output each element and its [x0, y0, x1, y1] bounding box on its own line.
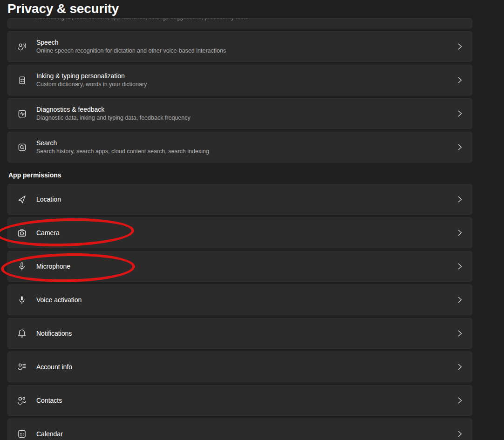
settings-row-inking-typing[interactable]: Inking & typing personalizationCustom di… — [7, 65, 472, 95]
speech-icon — [17, 41, 27, 52]
chevron-right-icon — [457, 397, 463, 404]
row-text: SearchSearch history, search apps, cloud… — [36, 139, 209, 156]
row-general-clipped[interactable]: Advertising ID, local content, app launc… — [7, 18, 472, 28]
page-title: Privacy & security — [7, 0, 480, 17]
row-title: Search — [36, 139, 209, 147]
settings-row-diagnostics-feedback[interactable]: Diagnostics & feedbackDiagnostic data, i… — [7, 98, 472, 129]
row-text: Location — [36, 195, 61, 203]
row-text: Camera — [36, 229, 60, 237]
chevron-right-icon — [457, 144, 463, 150]
calendar-icon — [17, 429, 27, 439]
chevron-right-icon — [457, 196, 463, 203]
settings-row-contacts[interactable]: Contacts — [7, 385, 472, 416]
chevron-right-icon — [457, 110, 463, 117]
section-header-app-permissions: App permissions — [8, 170, 480, 180]
row-text: Diagnostics & feedbackDiagnostic data, i… — [36, 105, 191, 122]
row-text: Calendar — [36, 430, 63, 438]
voice-activation-icon — [17, 295, 27, 305]
account-info-icon — [17, 362, 27, 372]
row-title: Diagnostics & feedback — [36, 105, 191, 114]
row-title: Contacts — [36, 396, 62, 405]
chevron-right-icon — [457, 263, 463, 270]
chevron-right-icon — [457, 431, 463, 437]
settings-row-location[interactable]: Location — [7, 184, 472, 215]
chevron-right-icon — [457, 297, 463, 303]
settings-row-camera[interactable]: Camera — [7, 217, 472, 248]
row-text: Voice activation — [36, 296, 82, 304]
row-title: Calendar — [36, 430, 63, 438]
row-title: Voice activation — [36, 296, 82, 304]
row-text: Inking & typing personalizationCustom di… — [36, 72, 147, 88]
row-text: Microphone — [36, 262, 70, 271]
chevron-right-icon — [457, 364, 463, 370]
diagnostics-feedback-icon — [17, 108, 27, 119]
row-title: Account info — [36, 363, 72, 371]
clipped-description: Advertising ID, local content, app launc… — [35, 18, 248, 21]
settings-row-speech[interactable]: SpeechOnline speech recognition for dict… — [7, 31, 472, 62]
settings-page: Privacy & security Advertising ID, local… — [0, 0, 480, 440]
settings-row-account-info[interactable]: Account info — [7, 352, 472, 382]
settings-row-notifications[interactable]: Notifications — [7, 318, 472, 349]
row-description: Diagnostic data, inking and typing data,… — [36, 114, 191, 122]
row-title: Microphone — [36, 262, 70, 271]
settings-row-calendar[interactable]: Calendar — [7, 419, 472, 440]
row-text: Account info — [36, 363, 72, 371]
row-text: Contacts — [36, 396, 62, 405]
location-icon — [17, 194, 27, 204]
row-title: Inking & typing personalization — [36, 72, 147, 80]
notifications-icon — [17, 328, 27, 338]
inking-typing-icon — [17, 75, 27, 85]
chevron-right-icon — [457, 330, 463, 337]
row-title: Camera — [36, 229, 60, 237]
microphone-icon — [17, 261, 27, 271]
row-description: Search history, search apps, cloud conte… — [36, 148, 209, 156]
row-title: Notifications — [36, 329, 72, 338]
row-title: Speech — [36, 38, 226, 47]
row-text: Notifications — [36, 329, 72, 338]
contacts-icon — [17, 395, 27, 406]
chevron-right-icon — [457, 43, 463, 50]
settings-row-voice-activation[interactable]: Voice activation — [7, 284, 472, 315]
row-description: Custom dictionary, words in your diction… — [36, 81, 147, 88]
row-text: SpeechOnline speech recognition for dict… — [36, 38, 226, 55]
row-description: Online speech recognition for dictation … — [36, 47, 226, 55]
row-title: Location — [36, 195, 61, 203]
app-permissions-list: Location Camera Microphone Voice activat… — [7, 184, 480, 440]
settings-row-microphone[interactable]: Microphone — [7, 251, 472, 282]
camera-icon — [17, 228, 27, 238]
settings-row-search-permissions[interactable]: SearchSearch history, search apps, cloud… — [7, 132, 472, 162]
windows-permissions-list: SpeechOnline speech recognition for dict… — [7, 31, 480, 162]
chevron-right-icon — [457, 230, 463, 236]
chevron-right-icon — [457, 77, 463, 83]
search-permissions-icon — [17, 142, 27, 152]
